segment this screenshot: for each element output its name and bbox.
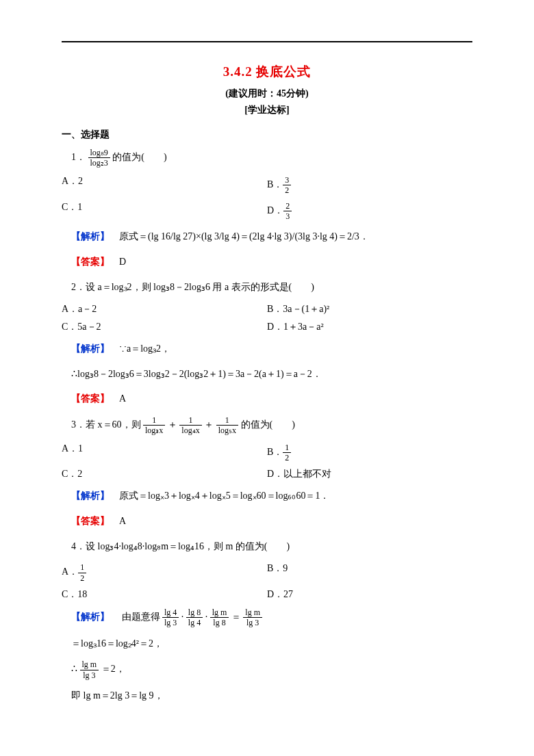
q4-l3d: lg 3 [80,670,99,680]
q4-stem: 4．设 log₃4·log₄8·log₈m＝log₄16，则 m 的值为( ) [71,538,472,556]
q3-opts-row2: C．2 D．以上都不对 [62,468,472,480]
section-1-head: 一、选择题 [62,129,472,141]
q4-t4d: lg 3 [243,618,262,627]
q3-answer-val: A [119,516,126,526]
q1-d-pre: D． [267,205,283,216]
analysis-tag: 【解析】 [71,231,110,242]
q1-opt-a: A．2 [62,175,267,196]
q4-opt-b: B．9 [267,562,472,583]
q4-t2: lg 8lg 4 [186,608,203,628]
q4-t4: lg mlg 3 [243,608,262,628]
page: 3.4.2 换底公式 (建议用时：45分钟) [学业达标] 一、选择题 1． l… [0,0,534,740]
q1-stem: 1． log₈9 log₂3 的值为( ) [71,148,472,168]
q1-frac-num: log₈9 [88,148,110,158]
q3-b-den: 2 [283,453,291,462]
q1-b-num: 3 [283,175,291,185]
q1-b-den: 2 [283,185,291,195]
q1-frac: log₈9 log₂3 [88,148,110,168]
q4-opt-a: A．12 [62,562,267,583]
q2-opts-row1: A．a－2 B．3a－(1＋a)² [62,303,472,315]
q1-d-den: 3 [283,211,292,221]
q4-t2d: lg 4 [186,618,203,627]
q3-b-pre: B． [267,447,283,457]
q3-opt-c: C．2 [62,468,267,480]
q3-frac1: 1log₃x [143,415,165,436]
q3-f3n: 1 [216,415,238,426]
q4-t3n: lg m [210,608,229,618]
q3-b-frac: 12 [283,443,291,463]
q1-tail: 的值为( ) [112,152,166,162]
q1-analysis-body: 原式＝(lg 16/lg 27)×(lg 3/lg 4)＝(2lg 4·lg 3… [119,231,369,242]
q1-d-num: 2 [283,201,292,211]
q4-t2n: lg 8 [186,608,203,618]
q1-opt-d: D．23 [267,201,472,222]
q3-opt-a: A．1 [62,443,267,463]
q4-t4n: lg m [243,608,262,618]
q2-opts-row2: C．5a－2 D．1＋3a－a² [62,321,472,333]
q2-opt-c: C．5a－2 [62,321,267,333]
q3-stem: 3．若 x＝60，则 1log₃x ＋ 1log₄x ＋ 1log₅x 的值为(… [71,415,472,436]
q3-plus1: ＋ [168,419,177,430]
q4-analysis-2: ＝log₃16＝log₂4²＝2， [71,635,472,653]
q4-dot1: · [181,612,184,622]
q3-answer: 【答案】 A [71,512,472,531]
q3-stem-post: 的值为( ) [241,419,295,430]
q3-opt-b: B．12 [267,443,472,463]
q3-stem-pre: 3．若 x＝60，则 [71,419,143,430]
q1-d-frac: 23 [283,201,292,222]
q4-ana-pre: 由题意得 [122,612,163,622]
q4-t1d: lg 3 [162,618,179,627]
q4-l3-frac: lg mlg 3 [80,660,99,680]
q2-stem: 2．设 a＝log₃2，则 log₃8－2log₃6 用 a 表示的形式是( ) [71,278,472,297]
q3-f2d: log₄x [179,426,201,435]
q2-answer-val: A [119,393,126,404]
q4-opt-d: D．27 [267,588,472,601]
time-hint: (建议用时：45分钟) [62,88,472,100]
q4-t3d: lg 8 [210,618,229,627]
q3-f1d: log₃x [143,426,165,435]
q4-l3-pre: ∴ [71,664,77,675]
q2-analysis-2: ∴log₃8－2log₃6＝3log₃2－2(log₃2＋1)＝3a－2(a＋1… [71,365,472,384]
q3-opt-d: D．以上都不对 [267,468,472,480]
standard-tag: [学业达标] [62,104,472,116]
q2-opt-a: A．a－2 [62,303,267,315]
q4-a-pre: A． [62,566,78,577]
q3-f2n: 1 [179,415,201,426]
q1-answer-val: D [119,257,126,267]
q2-opt-d: D．1＋3a－a² [267,321,472,333]
q3-f3d: log₅x [216,426,238,435]
analysis-tag: 【解析】 [71,612,110,622]
q1-frac-den: log₂3 [88,158,110,168]
q3-f1n: 1 [143,415,165,426]
q2-opt-b: B．3a－(1＋a)² [267,303,472,315]
q1-b-pre: B． [267,179,283,190]
q4-t1n: lg 4 [162,608,179,618]
q4-opts-row1: A．12 B．9 [62,562,472,583]
q4-t1: lg 4lg 3 [162,608,179,628]
q4-l3-post: ＝2， [101,664,125,675]
q1-opts-row1: A．2 B．32 [62,175,472,196]
top-rule [62,41,472,42]
q2-ana1: ∵a＝log₃2， [119,343,170,354]
q4-l3n: lg m [80,660,99,670]
q4-opt-c: C．18 [62,588,267,601]
q4-analysis-4: 即 lg m＝2lg 3＝lg 9， [71,687,472,705]
answer-tag: 【答案】 [71,516,110,526]
q3-analysis: 【解析】 原式＝logₓ3＋logₓ4＋logₓ5＝logₓ60＝log₆₀60… [71,487,472,506]
answer-tag: 【答案】 [71,393,110,404]
q3-ana: 原式＝logₓ3＋logₓ4＋logₓ5＝logₓ60＝log₆₀60＝1． [119,491,329,501]
q4-t3: lg mlg 8 [210,608,229,628]
q1-opts-row2: C．1 D．23 [62,201,472,222]
analysis-tag: 【解析】 [71,491,110,501]
main-title: 3.4.2 换底公式 [62,63,472,81]
q4-a-frac: 12 [78,562,86,583]
q4-a-num: 1 [78,562,86,573]
q1-num: 1． [71,152,86,162]
q3-plus2: ＋ [204,419,214,430]
q4-a-den: 2 [78,573,86,583]
q1-b-frac: 32 [283,175,291,196]
analysis-tag: 【解析】 [71,343,110,354]
q3-b-num: 1 [283,443,291,453]
q3-opts-row1: A．1 B．12 [62,443,472,463]
q1-opt-b: B．32 [267,175,472,196]
